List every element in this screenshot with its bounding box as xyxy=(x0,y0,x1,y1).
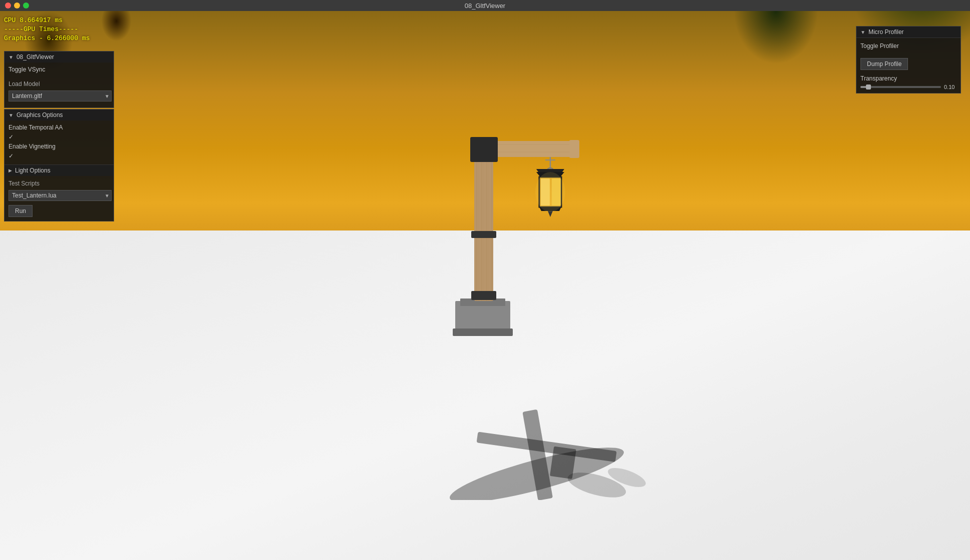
transparency-slider-track[interactable] xyxy=(860,86,941,88)
transparency-row: 0.10 xyxy=(860,84,956,90)
graphics-header-label: Graphics Options xyxy=(17,112,63,118)
traffic-lights xyxy=(5,2,29,8)
app-header-arrow: ▼ xyxy=(9,54,14,60)
run-button[interactable]: Run xyxy=(9,205,33,217)
dump-profile-button[interactable]: Dump Profile xyxy=(860,58,908,70)
profiler-header[interactable]: ▼ Micro Profiler xyxy=(856,26,960,38)
toggle-vsync[interactable]: Toggle VSync xyxy=(9,64,110,74)
profiler-header-label: Micro Profiler xyxy=(868,28,904,36)
toggle-profiler[interactable]: Toggle Profiler xyxy=(860,41,956,51)
lantern-shadow xyxy=(437,400,787,500)
test-scripts-label: Test Scripts xyxy=(9,178,110,188)
light-options-arrow: ▶ xyxy=(9,168,12,173)
app-section: ▼ 08_GltfViewer Toggle VSync Load Model … xyxy=(4,51,114,108)
svg-rect-10 xyxy=(569,140,579,158)
graphics-section: ▼ Graphics Options Enable Temporal AA ✓ … xyxy=(4,109,114,222)
svg-rect-2 xyxy=(453,328,513,336)
script-dropdown-container: Test_Lantern.lua ▼ xyxy=(9,190,110,201)
graphics-arrow: ▼ xyxy=(9,112,14,118)
model-dropdown[interactable]: Lantern.gltf xyxy=(9,90,112,102)
temporal-aa-label[interactable]: Enable Temporal AA xyxy=(9,122,110,132)
vignetting-check: ✓ xyxy=(9,152,110,160)
svg-rect-5 xyxy=(471,291,496,300)
temporal-aa-check: ✓ xyxy=(9,132,110,142)
app-header[interactable]: ▼ 08_GltfViewer xyxy=(5,52,114,62)
transparency-value: 0.10 xyxy=(944,84,956,90)
title-bar: 08_GltfViewer xyxy=(0,0,970,11)
script-dropdown[interactable]: Test_Lantern.lua xyxy=(9,190,112,201)
test-scripts-body: Test Scripts Test_Lantern.lua ▼ Run xyxy=(5,176,114,221)
app-header-label: 08_GltfViewer xyxy=(17,54,54,60)
graphics-body: Enable Temporal AA ✓ Enable Vignetting ✓ xyxy=(5,120,114,164)
svg-rect-4 xyxy=(474,151,493,301)
graphics-header[interactable]: ▼ Graphics Options xyxy=(5,110,114,120)
micro-profiler-panel: ▼ Micro Profiler Toggle Profiler Dump Pr… xyxy=(856,26,961,94)
close-button[interactable] xyxy=(5,2,11,8)
profiler-body: Toggle Profiler Dump Profile Transparenc… xyxy=(856,38,960,93)
maximize-button[interactable] xyxy=(23,2,29,8)
svg-point-22 xyxy=(535,172,565,212)
minimize-button[interactable] xyxy=(14,2,20,8)
svg-rect-9 xyxy=(470,137,498,162)
lantern-model xyxy=(385,51,585,341)
transparency-slider-thumb[interactable] xyxy=(866,84,871,90)
left-panel: ▼ 08_GltfViewer Toggle VSync Load Model … xyxy=(4,51,114,222)
window-title: 08_GltfViewer xyxy=(465,2,505,10)
app-body: Toggle VSync Load Model Lantern.gltf ▼ xyxy=(5,62,114,108)
profiler-arrow: ▼ xyxy=(860,30,865,35)
light-options-label: Light Options xyxy=(15,167,51,174)
model-dropdown-container: Lantern.gltf ▼ xyxy=(9,90,110,102)
transparency-label: Transparency xyxy=(860,75,956,82)
svg-marker-15 xyxy=(536,169,564,172)
load-model-label: Load Model xyxy=(9,78,110,88)
svg-rect-6 xyxy=(471,231,496,238)
viewport[interactable]: CPU 8.664917 ms -----GPU Times----- Grap… xyxy=(0,11,970,560)
light-options-row[interactable]: ▶ Light Options xyxy=(5,164,114,176)
vignetting-label[interactable]: Enable Vignetting xyxy=(9,142,110,152)
